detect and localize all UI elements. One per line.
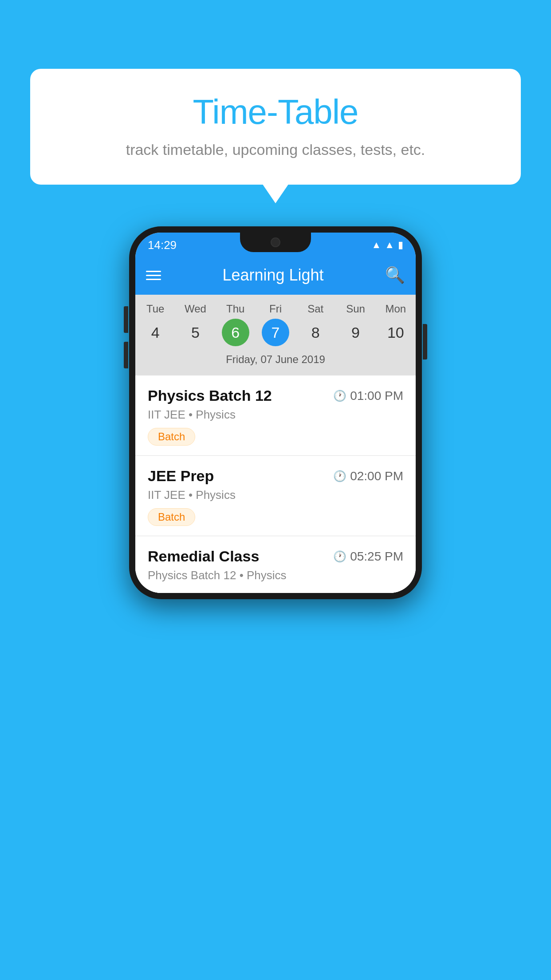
- clock-icon: 🕐: [333, 390, 346, 402]
- clock-icon: 🕐: [333, 550, 346, 563]
- day-name: Fri: [269, 303, 282, 315]
- day-number[interactable]: 10: [382, 319, 409, 346]
- schedule-item-time: 🕐 01:00 PM: [333, 389, 403, 403]
- status-time: 14:29: [148, 238, 177, 252]
- schedule-item-title: Physics Batch 12: [148, 387, 272, 404]
- search-icon[interactable]: 🔍: [385, 266, 405, 285]
- schedule-item[interactable]: JEE Prep🕐 02:00 PMIIT JEE • PhysicsBatch: [135, 456, 416, 536]
- batch-tag: Batch: [148, 508, 195, 526]
- day-number[interactable]: 9: [342, 319, 370, 346]
- day-number[interactable]: 5: [181, 319, 209, 346]
- hamburger-menu[interactable]: [146, 271, 161, 280]
- day-number[interactable]: 8: [302, 319, 329, 346]
- day-number[interactable]: 7: [262, 319, 289, 346]
- day-col-tue[interactable]: Tue4: [138, 303, 173, 346]
- wifi-icon: ▲: [371, 239, 381, 251]
- batch-tag: Batch: [148, 428, 195, 446]
- phone-outer: 14:29 ▲ ▲ ▮ Learning Light 🔍: [129, 226, 422, 599]
- day-name: Sat: [307, 303, 323, 315]
- bubble-subtitle: track timetable, upcoming classes, tests…: [57, 139, 494, 161]
- calendar-strip: Tue4Wed5Thu6Fri7Sat8Sun9Mon10 Friday, 07…: [135, 295, 416, 375]
- schedule-item-time: 🕐 02:00 PM: [333, 469, 403, 483]
- day-col-sun[interactable]: Sun9: [338, 303, 374, 346]
- phone-notch: [240, 233, 311, 252]
- signal-icon: ▲: [385, 239, 394, 251]
- day-name: Thu: [226, 303, 244, 315]
- phone-mockup: 14:29 ▲ ▲ ▮ Learning Light 🔍: [129, 226, 422, 599]
- day-col-fri[interactable]: Fri7: [258, 303, 293, 346]
- schedule-item[interactable]: Physics Batch 12🕐 01:00 PMIIT JEE • Phys…: [135, 375, 416, 456]
- phone-screen: 14:29 ▲ ▲ ▮ Learning Light 🔍: [135, 233, 416, 593]
- schedule-item-header: Remedial Class🕐 05:25 PM: [148, 548, 403, 565]
- speech-bubble: Time-Table track timetable, upcoming cla…: [30, 69, 521, 185]
- speech-bubble-container: Time-Table track timetable, upcoming cla…: [30, 69, 521, 185]
- schedule-item-title: Remedial Class: [148, 548, 259, 565]
- app-title: Learning Light: [170, 266, 376, 285]
- schedule-item-sub: IIT JEE • Physics: [148, 488, 403, 502]
- schedule-item-header: JEE Prep🕐 02:00 PM: [148, 467, 403, 485]
- schedule-item[interactable]: Remedial Class🕐 05:25 PMPhysics Batch 12…: [135, 536, 416, 593]
- schedule-list: Physics Batch 12🕐 01:00 PMIIT JEE • Phys…: [135, 375, 416, 593]
- days-row: Tue4Wed5Thu6Fri7Sat8Sun9Mon10: [135, 303, 416, 346]
- hamburger-line: [146, 279, 161, 280]
- day-col-thu[interactable]: Thu6: [218, 303, 253, 346]
- day-name: Wed: [185, 303, 206, 315]
- vol-up-button: [124, 306, 128, 333]
- status-icons: ▲ ▲ ▮: [371, 239, 403, 251]
- day-col-sat[interactable]: Sat8: [298, 303, 333, 346]
- app-bar: Learning Light 🔍: [135, 256, 416, 295]
- schedule-item-time: 🕐 05:25 PM: [333, 549, 403, 564]
- day-name: Mon: [385, 303, 406, 315]
- schedule-item-header: Physics Batch 12🕐 01:00 PM: [148, 387, 403, 404]
- day-name: Tue: [146, 303, 164, 315]
- hamburger-line: [146, 275, 161, 276]
- day-number[interactable]: 4: [142, 319, 169, 346]
- battery-icon: ▮: [398, 239, 403, 251]
- vol-down-button: [124, 342, 128, 368]
- day-col-wed[interactable]: Wed5: [177, 303, 213, 346]
- day-number[interactable]: 6: [222, 319, 249, 346]
- hamburger-line: [146, 271, 161, 272]
- clock-icon: 🕐: [333, 470, 346, 482]
- day-col-mon[interactable]: Mon10: [378, 303, 413, 346]
- schedule-item-sub: IIT JEE • Physics: [148, 408, 403, 422]
- schedule-item-sub: Physics Batch 12 • Physics: [148, 569, 403, 582]
- phone-camera: [271, 237, 280, 247]
- bubble-title: Time-Table: [57, 93, 494, 131]
- selected-date-label: Friday, 07 June 2019: [135, 349, 416, 372]
- day-name: Sun: [346, 303, 365, 315]
- schedule-item-title: JEE Prep: [148, 467, 214, 485]
- power-button: [423, 324, 427, 360]
